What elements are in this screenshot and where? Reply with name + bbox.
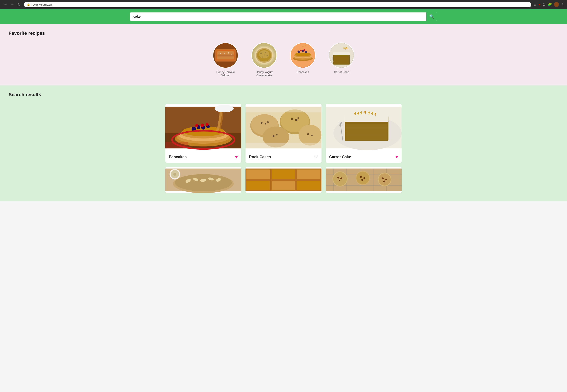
back-button[interactable]: ← — [2, 2, 9, 7]
recipe-card-rock-cakes[interactable]: Rock Cakes ♡ — [245, 104, 321, 163]
recipe-card-almond[interactable] — [165, 167, 241, 193]
recipe-card-footer-rock-cakes: Rock Cakes ♡ — [245, 151, 321, 163]
puzzle-icon[interactable]: 🧩 — [548, 2, 552, 7]
svg-point-121 — [333, 172, 347, 186]
favorite-name-pancakes: Pancakes — [297, 70, 309, 74]
address-bar[interactable]: 🔒 recipify.surge.sh — [24, 2, 531, 7]
svg-point-72 — [307, 133, 309, 135]
svg-rect-107 — [247, 181, 270, 190]
search-container: 🔍 — [130, 13, 437, 21]
svg-point-54 — [215, 105, 234, 112]
favorite-name-cheesecake: Honey Yogurt Cheesecake — [251, 70, 277, 77]
search-input[interactable] — [130, 13, 437, 21]
favorites-title: Favorite recipes — [9, 30, 558, 36]
svg-point-123 — [356, 171, 369, 184]
svg-point-129 — [360, 176, 362, 178]
recipe-image-almond — [165, 167, 241, 193]
svg-point-52 — [201, 124, 204, 127]
svg-point-66 — [295, 119, 298, 121]
svg-point-69 — [273, 135, 275, 137]
svg-rect-105 — [272, 169, 295, 179]
results-grid: Pancakes ♥ — [165, 104, 402, 163]
menu-icon[interactable]: ⋮ — [561, 2, 565, 7]
recipe-card-cookies[interactable] — [326, 167, 402, 193]
svg-point-61 — [265, 123, 266, 125]
favorite-image-cheesecake — [251, 42, 277, 68]
svg-point-31 — [305, 51, 307, 53]
gear-icon[interactable]: ⚙ — [542, 2, 546, 7]
search-button[interactable]: 🔍 — [426, 13, 437, 21]
svg-point-131 — [361, 179, 363, 181]
forward-button[interactable]: → — [9, 2, 15, 7]
svg-point-134 — [383, 181, 385, 182]
svg-point-127 — [340, 178, 342, 180]
svg-point-128 — [339, 180, 340, 181]
favorite-item-pancakes[interactable]: Pancakes — [290, 42, 316, 77]
favorite-name-salmon: Honey Teriyaki Salmon — [213, 70, 238, 77]
carrot-cake-card-svg — [326, 104, 402, 151]
favorite-toggle-pancakes[interactable]: ♥ — [235, 154, 238, 160]
favorite-toggle-carrot-cake[interactable]: ♥ — [395, 154, 398, 160]
svg-point-4 — [220, 53, 221, 54]
svg-point-130 — [363, 177, 365, 179]
rock-cakes-card-svg — [245, 104, 321, 151]
svg-rect-74 — [245, 107, 321, 112]
favorite-image-salmon — [213, 42, 238, 68]
reload-button[interactable]: ↻ — [16, 2, 22, 7]
almond-svg — [165, 167, 241, 193]
svg-rect-56 — [165, 142, 188, 148]
svg-rect-79 — [345, 116, 388, 122]
results-grid-partial — [165, 167, 402, 193]
recipe-image-flapjack — [245, 167, 321, 193]
svg-rect-109 — [297, 181, 321, 190]
recipe-image-rock-cakes — [245, 104, 321, 151]
svg-rect-104 — [247, 169, 270, 179]
svg-point-71 — [299, 125, 322, 146]
browser-actions: ☆ ■ ⚙ 🧩 ⋮ — [534, 2, 565, 7]
favorite-item-carrot-cake[interactable]: Carrot Cake — [329, 42, 354, 77]
svg-point-32 — [300, 50, 302, 51]
recipe-card-footer-pancakes: Pancakes ♥ — [165, 151, 241, 163]
svg-point-133 — [385, 179, 387, 180]
cookies-svg — [326, 167, 402, 193]
favorite-toggle-rock-cakes[interactable]: ♡ — [314, 154, 318, 160]
favorite-item-salmon[interactable]: Honey Teriyaki Salmon — [213, 42, 238, 77]
recipe-image-cookies — [326, 167, 402, 193]
svg-point-5 — [224, 53, 225, 54]
results-section: Search results — [0, 85, 567, 201]
recipe-image-carrot-cake — [326, 104, 402, 151]
results-title: Search results — [9, 92, 558, 98]
browser-chrome: ← → ↻ 🔒 recipify.surge.sh ☆ ■ ⚙ 🧩 ⋮ — [0, 0, 567, 9]
svg-point-60 — [261, 122, 263, 124]
bookmark-icon[interactable]: ☆ — [534, 2, 537, 7]
favorite-name-carrot-cake: Carrot Cake — [334, 70, 349, 74]
svg-point-67 — [298, 117, 299, 119]
svg-point-6 — [228, 52, 229, 54]
recipe-card-flapjack[interactable] — [245, 167, 321, 193]
svg-point-65 — [291, 118, 293, 120]
recipe-card-carrot-cake[interactable]: Carrot Cake ♥ — [326, 104, 402, 163]
svg-point-98 — [173, 173, 176, 176]
recipe-image-pancakes — [165, 104, 241, 151]
svg-rect-108 — [272, 181, 295, 190]
app-header: 🔍 — [0, 9, 567, 24]
url-text: recipify.surge.sh — [32, 3, 52, 6]
svg-rect-36 — [333, 52, 350, 56]
extensions-icon[interactable]: ■ — [539, 3, 540, 6]
nav-buttons: ← → ↻ — [2, 2, 22, 7]
recipe-card-pancakes[interactable]: Pancakes ♥ — [165, 104, 241, 163]
avatar-icon[interactable] — [554, 2, 559, 7]
svg-point-22 — [259, 50, 269, 58]
svg-rect-84 — [346, 124, 387, 140]
recipe-name-carrot-cake: Carrot Cake — [329, 155, 351, 159]
pancakes-svg — [291, 43, 315, 68]
pancakes-card-svg — [165, 104, 241, 151]
favorite-image-pancakes — [290, 42, 316, 68]
svg-point-53 — [206, 123, 209, 126]
favorite-image-carrot-cake — [329, 42, 354, 68]
flapjack-svg — [245, 167, 321, 193]
favorite-item-cheesecake[interactable]: Honey Yogurt Cheesecake — [251, 42, 277, 77]
recipe-name-rock-cakes: Rock Cakes — [249, 155, 271, 159]
svg-point-126 — [337, 177, 339, 179]
svg-point-51 — [195, 124, 198, 127]
